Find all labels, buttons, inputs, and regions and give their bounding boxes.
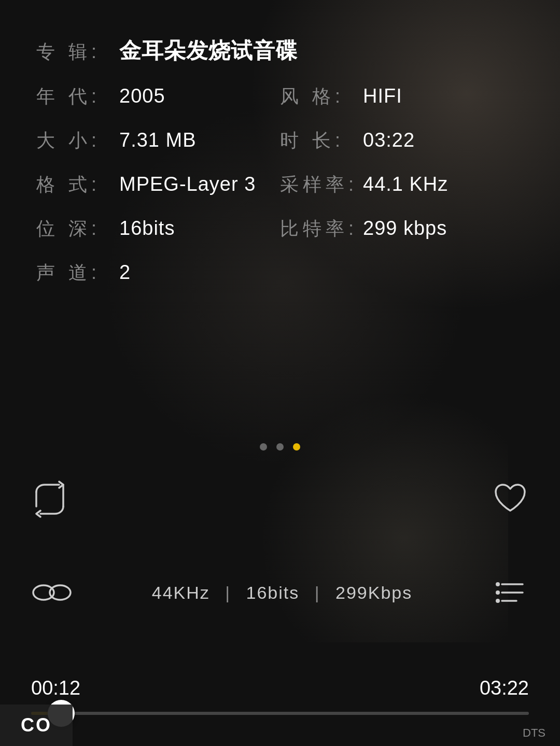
- bitrate-value: 299 kbps: [363, 217, 447, 240]
- favorite-button[interactable]: [492, 481, 529, 518]
- sep2: |: [309, 583, 326, 602]
- progress-section: 00:12 03:22: [0, 677, 560, 715]
- bitdepth-value: 16bits: [119, 217, 175, 240]
- samplerate-value: 44.1 KHz: [363, 173, 448, 195]
- svg-point-0: [33, 585, 54, 600]
- size-duration-row: 大 小: 7.31 MB 时 长: 03:22: [36, 128, 524, 153]
- icons-row: [0, 481, 560, 518]
- loop-icon: [31, 578, 73, 607]
- loop-button[interactable]: [31, 578, 73, 607]
- page-dot-2[interactable]: [276, 443, 284, 451]
- style-value: HIFI: [363, 85, 402, 107]
- format-label: 格 式:: [36, 172, 119, 198]
- samplerate-label: 采样率:: [280, 172, 363, 198]
- year-value: 2005: [119, 85, 165, 107]
- bitdepth-label: 位 深:: [36, 216, 119, 242]
- year-style-row: 年 代: 2005 风 格: HIFI: [36, 84, 524, 109]
- style-label: 风 格:: [280, 84, 363, 109]
- progress-bar[interactable]: [31, 712, 529, 715]
- metadata-table: 专 辑: 金耳朵发烧试音碟 年 代: 2005 风 格: HIFI 大 小: 7…: [36, 36, 524, 286]
- audio-khz: 44KHz: [152, 583, 210, 602]
- audio-bits: 16bits: [246, 583, 300, 602]
- svg-point-6: [496, 590, 500, 595]
- svg-point-1: [50, 585, 71, 600]
- heart-icon: [492, 481, 529, 518]
- album-value: 金耳朵发烧试音碟: [119, 36, 298, 65]
- size-value: 7.31 MB: [119, 129, 197, 151]
- album-row: 专 辑: 金耳朵发烧试音碟: [36, 36, 524, 65]
- total-time: 03:22: [480, 677, 529, 699]
- co-badge-text: CO: [21, 714, 52, 736]
- duration-value: 03:22: [363, 129, 415, 151]
- audio-kbps: 299Kbps: [335, 583, 412, 602]
- sep1: |: [219, 583, 237, 602]
- repeat-button[interactable]: [31, 481, 68, 518]
- page-dot-3[interactable]: [293, 443, 300, 451]
- year-label: 年 代:: [36, 84, 119, 109]
- page-dot-1[interactable]: [260, 443, 267, 451]
- format-samplerate-row: 格 式: MPEG-Layer 3 采样率: 44.1 KHz: [36, 172, 524, 198]
- svg-point-5: [496, 582, 500, 586]
- bitdepth-bitrate-row: 位 深: 16bits 比特率: 299 kbps: [36, 216, 524, 242]
- bottom-bar: 44KHz | 16bits | 299Kbps: [0, 574, 560, 611]
- co-badge: CO: [0, 705, 73, 746]
- duration-label: 时 长:: [280, 128, 363, 153]
- channels-value: 2: [119, 261, 131, 284]
- channels-label: 声 道:: [36, 260, 119, 286]
- audio-info: 44KHz | 16bits | 299Kbps: [152, 583, 413, 603]
- dts-badge-text: DTS: [523, 726, 545, 740]
- playlist-button[interactable]: [492, 574, 529, 611]
- time-row: 00:12 03:22: [31, 677, 529, 699]
- bitrate-label: 比特率:: [280, 216, 363, 242]
- format-value: MPEG-Layer 3: [119, 173, 256, 195]
- page-dots: [0, 443, 560, 451]
- size-label: 大 小:: [36, 128, 119, 153]
- dts-badge: DTS: [508, 720, 560, 746]
- current-time: 00:12: [31, 677, 80, 699]
- repeat-icon: [31, 481, 68, 518]
- channels-row: 声 道: 2: [36, 260, 524, 286]
- album-label: 专 辑:: [36, 39, 119, 65]
- playlist-icon: [492, 574, 529, 611]
- info-panel: 专 辑: 金耳朵发烧试音碟 年 代: 2005 风 格: HIFI 大 小: 7…: [0, 0, 560, 286]
- svg-point-7: [496, 599, 500, 603]
